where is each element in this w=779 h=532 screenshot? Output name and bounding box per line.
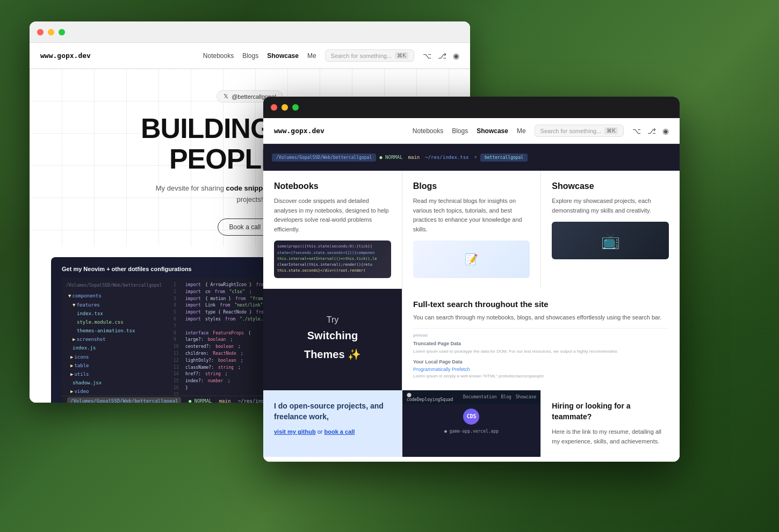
- maximize-button-front[interactable]: [292, 104, 299, 111]
- hiring-title: Hiring or looking for a teammate?: [552, 401, 669, 422]
- search-kbd: ⌘K: [395, 52, 408, 59]
- nav-me-front[interactable]: Me: [517, 127, 526, 135]
- sparkle-icon: ✨: [348, 348, 361, 360]
- nav-links-front: Notebooks Blogs Showcase Me Search for s…: [413, 125, 669, 137]
- blogs-card: Blogs Read my technical blogs for insigh…: [402, 171, 541, 289]
- showcase-desc: Explore my showcased projects, each demo…: [552, 196, 669, 215]
- result-1-desc: Lorem ipsum used to prototype the data f…: [413, 348, 669, 355]
- share-icon[interactable]: ⎇: [438, 52, 446, 60]
- maximize-button[interactable]: [59, 29, 65, 35]
- search-placeholder: Search for something...: [331, 53, 392, 59]
- file-tree: /Volumes/GopalSSD/Web/bettercallgopal ▼ …: [62, 278, 169, 396]
- features-grid: Notebooks Discover code snippets and det…: [263, 171, 680, 289]
- nav-me[interactable]: Me: [307, 52, 316, 60]
- navbar-icons: ⌥ ⎇ ◉: [423, 52, 459, 60]
- hiring-card: Hiring or looking for a teammate? Here i…: [541, 390, 680, 457]
- showcase-card: Showcase Explore my showcased projects, …: [541, 171, 680, 289]
- project-tagline: ● game-app.vercel.app: [407, 429, 537, 434]
- search-desc: You can search through my notebooks, blo…: [413, 313, 669, 323]
- second-row: Try Switching Themes ✨ Full-text search …: [263, 289, 680, 390]
- nav-notebooks-front[interactable]: Notebooks: [413, 127, 443, 135]
- twitter-icon: 𝕏: [223, 93, 228, 100]
- nav-showcase[interactable]: Showcase: [267, 52, 299, 60]
- nav-notebooks[interactable]: Notebooks: [203, 52, 234, 60]
- bottom-grid: I do open-source projects, and freelance…: [263, 390, 680, 457]
- github-icon-front[interactable]: ⌥: [632, 127, 641, 135]
- minimize-button-front[interactable]: [282, 104, 288, 111]
- nav-links: Notebooks Blogs Showcase Me Search for s…: [203, 49, 459, 62]
- result-1-title: Truncated Page Data: [413, 341, 669, 346]
- brand-logo[interactable]: www.gopx.dev: [40, 52, 91, 60]
- minimize-button[interactable]: [48, 29, 54, 35]
- result-2-desc: Lorem ipsum is simply a well known "HTML…: [413, 373, 669, 380]
- project-nav: ⬤ codeDeployingSquad Documentation Blog …: [402, 390, 541, 404]
- window-front: www.gopx.dev Notebooks Blogs Showcase Me…: [263, 97, 680, 462]
- search-results-mock: preload Truncated Page Data Lorem ipsum …: [413, 328, 669, 380]
- search-title: Full-text search throughout the site: [413, 300, 669, 309]
- close-button[interactable]: [37, 29, 44, 35]
- github-icon[interactable]: ⌥: [423, 52, 431, 60]
- brand-front[interactable]: www.gopx.dev: [274, 127, 324, 135]
- notebooks-desc: Discover code snippets and detailed anal…: [274, 196, 391, 234]
- project-logo: CDS: [463, 409, 479, 425]
- theme-try: Try: [274, 313, 391, 327]
- result-2-link: Programmatically Prefetch: [413, 367, 669, 372]
- theme-switch-card[interactable]: Try Switching Themes ✨: [263, 289, 402, 390]
- showcase-image: 📺: [552, 222, 669, 259]
- nav-showcase-front[interactable]: Showcase: [477, 127, 508, 135]
- showcase-title: Showcase: [552, 181, 669, 191]
- project-screenshot: ⬤ codeDeployingSquad Documentation Blog …: [402, 390, 541, 457]
- result-2-title: Your Local Page Data: [413, 359, 669, 365]
- search-bar[interactable]: Search for something... ⌘K: [325, 49, 414, 62]
- search-bar-front[interactable]: Search for something... ⌘K: [535, 125, 624, 137]
- project-mock: ⬤ codeDeployingSquad Documentation Blog …: [402, 390, 541, 457]
- nav-blogs-front[interactable]: Blogs: [452, 127, 468, 135]
- theme-themes: Themes ✨: [274, 348, 391, 361]
- hiring-desc: Here is the link to my resume, detailing…: [552, 427, 669, 446]
- book-call-link[interactable]: book a call: [324, 428, 355, 435]
- theme-switching: Switching: [274, 329, 391, 342]
- rss-icon[interactable]: ◉: [453, 52, 459, 60]
- front-window-content[interactable]: /Volumes/GopalSSD/Web/bettercallgopal ● …: [263, 144, 680, 462]
- freelance-desc: visit my github or book a call: [274, 427, 391, 437]
- navbar-back: www.gopx.dev Notebooks Blogs Showcase Me…: [30, 43, 470, 69]
- icons-front: ⌥ ⎇ ◉: [632, 127, 669, 135]
- rss-icon-front[interactable]: ◉: [662, 127, 669, 135]
- terminal-header: /Volumes/GopalSSD/Web/bettercallgopal ● …: [263, 144, 680, 171]
- search-text-front: Search for something...: [540, 128, 602, 134]
- blogs-desc: Read my technical blogs for insights on …: [413, 196, 530, 234]
- blogs-title: Blogs: [413, 181, 530, 191]
- titlebar-front: [263, 97, 680, 118]
- titlebar-back: [30, 21, 470, 43]
- notebooks-title: Notebooks: [274, 181, 391, 191]
- freelance-title: I do open-source projects, and freelance…: [274, 401, 391, 422]
- github-link[interactable]: visit my github: [274, 428, 316, 435]
- close-button-front[interactable]: [271, 104, 277, 111]
- notebooks-image: some(props)({this.state(seconds:0):{tick…: [274, 241, 391, 278]
- search-feature-card: Full-text search throughout the site You…: [402, 289, 680, 390]
- navbar-front: www.gopx.dev Notebooks Blogs Showcase Me…: [263, 118, 680, 144]
- kbd-front: ⌘K: [604, 127, 618, 134]
- freelance-card: I do open-source projects, and freelance…: [263, 390, 402, 457]
- notebooks-card: Notebooks Discover code snippets and det…: [263, 171, 402, 289]
- nav-blogs[interactable]: Blogs: [242, 52, 258, 60]
- share-icon-front[interactable]: ⎇: [647, 127, 656, 135]
- blogs-image: 📝: [413, 241, 530, 278]
- or-text: or: [318, 428, 324, 435]
